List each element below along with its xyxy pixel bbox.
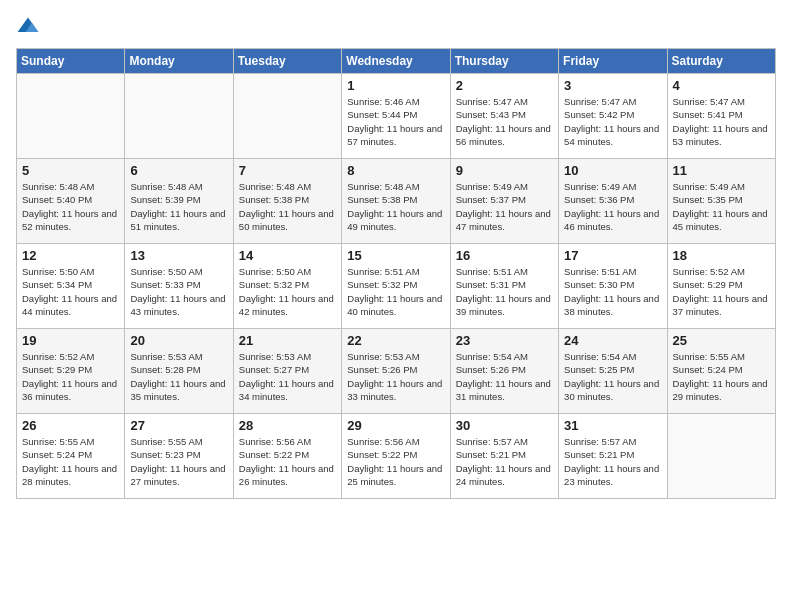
day-number: 13 [130,248,227,263]
calendar-cell: 18Sunrise: 5:52 AM Sunset: 5:29 PM Dayli… [667,244,775,329]
day-info: Sunrise: 5:53 AM Sunset: 5:28 PM Dayligh… [130,350,227,403]
day-info: Sunrise: 5:48 AM Sunset: 5:39 PM Dayligh… [130,180,227,233]
day-info: Sunrise: 5:48 AM Sunset: 5:38 PM Dayligh… [239,180,336,233]
day-number: 8 [347,163,444,178]
day-info: Sunrise: 5:51 AM Sunset: 5:32 PM Dayligh… [347,265,444,318]
calendar-header-thursday: Thursday [450,49,558,74]
day-info: Sunrise: 5:51 AM Sunset: 5:31 PM Dayligh… [456,265,553,318]
day-info: Sunrise: 5:54 AM Sunset: 5:26 PM Dayligh… [456,350,553,403]
day-info: Sunrise: 5:47 AM Sunset: 5:42 PM Dayligh… [564,95,661,148]
day-number: 4 [673,78,770,93]
calendar-cell: 30Sunrise: 5:57 AM Sunset: 5:21 PM Dayli… [450,414,558,499]
calendar-header-row: SundayMondayTuesdayWednesdayThursdayFrid… [17,49,776,74]
day-info: Sunrise: 5:46 AM Sunset: 5:44 PM Dayligh… [347,95,444,148]
calendar-cell: 9Sunrise: 5:49 AM Sunset: 5:37 PM Daylig… [450,159,558,244]
calendar-cell: 10Sunrise: 5:49 AM Sunset: 5:36 PM Dayli… [559,159,667,244]
calendar-week-row: 19Sunrise: 5:52 AM Sunset: 5:29 PM Dayli… [17,329,776,414]
calendar-cell: 5Sunrise: 5:48 AM Sunset: 5:40 PM Daylig… [17,159,125,244]
calendar-header-wednesday: Wednesday [342,49,450,74]
day-number: 12 [22,248,119,263]
calendar-header-tuesday: Tuesday [233,49,341,74]
day-number: 27 [130,418,227,433]
calendar-cell: 8Sunrise: 5:48 AM Sunset: 5:38 PM Daylig… [342,159,450,244]
day-number: 23 [456,333,553,348]
day-number: 11 [673,163,770,178]
day-info: Sunrise: 5:57 AM Sunset: 5:21 PM Dayligh… [564,435,661,488]
day-info: Sunrise: 5:52 AM Sunset: 5:29 PM Dayligh… [22,350,119,403]
calendar-header-friday: Friday [559,49,667,74]
calendar-cell [17,74,125,159]
day-number: 29 [347,418,444,433]
day-number: 3 [564,78,661,93]
day-number: 22 [347,333,444,348]
calendar-header-saturday: Saturday [667,49,775,74]
day-number: 6 [130,163,227,178]
calendar-cell: 4Sunrise: 5:47 AM Sunset: 5:41 PM Daylig… [667,74,775,159]
day-info: Sunrise: 5:55 AM Sunset: 5:24 PM Dayligh… [673,350,770,403]
calendar-cell: 20Sunrise: 5:53 AM Sunset: 5:28 PM Dayli… [125,329,233,414]
calendar-table: SundayMondayTuesdayWednesdayThursdayFrid… [16,48,776,499]
day-info: Sunrise: 5:50 AM Sunset: 5:33 PM Dayligh… [130,265,227,318]
day-info: Sunrise: 5:52 AM Sunset: 5:29 PM Dayligh… [673,265,770,318]
day-info: Sunrise: 5:54 AM Sunset: 5:25 PM Dayligh… [564,350,661,403]
calendar-week-row: 26Sunrise: 5:55 AM Sunset: 5:24 PM Dayli… [17,414,776,499]
calendar-cell: 7Sunrise: 5:48 AM Sunset: 5:38 PM Daylig… [233,159,341,244]
day-info: Sunrise: 5:55 AM Sunset: 5:24 PM Dayligh… [22,435,119,488]
calendar-cell: 26Sunrise: 5:55 AM Sunset: 5:24 PM Dayli… [17,414,125,499]
calendar-cell: 14Sunrise: 5:50 AM Sunset: 5:32 PM Dayli… [233,244,341,329]
calendar-cell: 28Sunrise: 5:56 AM Sunset: 5:22 PM Dayli… [233,414,341,499]
day-number: 9 [456,163,553,178]
calendar-cell: 11Sunrise: 5:49 AM Sunset: 5:35 PM Dayli… [667,159,775,244]
day-info: Sunrise: 5:55 AM Sunset: 5:23 PM Dayligh… [130,435,227,488]
logo [16,16,44,40]
calendar-week-row: 5Sunrise: 5:48 AM Sunset: 5:40 PM Daylig… [17,159,776,244]
day-info: Sunrise: 5:50 AM Sunset: 5:32 PM Dayligh… [239,265,336,318]
day-number: 28 [239,418,336,433]
calendar-week-row: 1Sunrise: 5:46 AM Sunset: 5:44 PM Daylig… [17,74,776,159]
day-info: Sunrise: 5:56 AM Sunset: 5:22 PM Dayligh… [239,435,336,488]
day-info: Sunrise: 5:57 AM Sunset: 5:21 PM Dayligh… [456,435,553,488]
day-number: 5 [22,163,119,178]
day-info: Sunrise: 5:56 AM Sunset: 5:22 PM Dayligh… [347,435,444,488]
calendar-cell: 23Sunrise: 5:54 AM Sunset: 5:26 PM Dayli… [450,329,558,414]
day-info: Sunrise: 5:47 AM Sunset: 5:41 PM Dayligh… [673,95,770,148]
day-number: 10 [564,163,661,178]
calendar-cell [233,74,341,159]
calendar-cell: 21Sunrise: 5:53 AM Sunset: 5:27 PM Dayli… [233,329,341,414]
day-number: 7 [239,163,336,178]
day-number: 26 [22,418,119,433]
calendar-cell: 19Sunrise: 5:52 AM Sunset: 5:29 PM Dayli… [17,329,125,414]
day-number: 30 [456,418,553,433]
day-info: Sunrise: 5:53 AM Sunset: 5:27 PM Dayligh… [239,350,336,403]
day-info: Sunrise: 5:47 AM Sunset: 5:43 PM Dayligh… [456,95,553,148]
calendar-cell: 22Sunrise: 5:53 AM Sunset: 5:26 PM Dayli… [342,329,450,414]
logo-icon [16,16,40,40]
calendar-cell: 1Sunrise: 5:46 AM Sunset: 5:44 PM Daylig… [342,74,450,159]
calendar-cell: 29Sunrise: 5:56 AM Sunset: 5:22 PM Dayli… [342,414,450,499]
calendar-cell: 3Sunrise: 5:47 AM Sunset: 5:42 PM Daylig… [559,74,667,159]
calendar-cell: 6Sunrise: 5:48 AM Sunset: 5:39 PM Daylig… [125,159,233,244]
day-number: 16 [456,248,553,263]
calendar-cell: 24Sunrise: 5:54 AM Sunset: 5:25 PM Dayli… [559,329,667,414]
calendar-cell: 12Sunrise: 5:50 AM Sunset: 5:34 PM Dayli… [17,244,125,329]
calendar-cell [125,74,233,159]
day-info: Sunrise: 5:51 AM Sunset: 5:30 PM Dayligh… [564,265,661,318]
day-number: 1 [347,78,444,93]
day-info: Sunrise: 5:49 AM Sunset: 5:36 PM Dayligh… [564,180,661,233]
calendar-week-row: 12Sunrise: 5:50 AM Sunset: 5:34 PM Dayli… [17,244,776,329]
day-number: 31 [564,418,661,433]
day-number: 18 [673,248,770,263]
day-info: Sunrise: 5:53 AM Sunset: 5:26 PM Dayligh… [347,350,444,403]
calendar-cell: 16Sunrise: 5:51 AM Sunset: 5:31 PM Dayli… [450,244,558,329]
calendar-cell: 25Sunrise: 5:55 AM Sunset: 5:24 PM Dayli… [667,329,775,414]
calendar-cell: 13Sunrise: 5:50 AM Sunset: 5:33 PM Dayli… [125,244,233,329]
day-info: Sunrise: 5:48 AM Sunset: 5:38 PM Dayligh… [347,180,444,233]
calendar-header-monday: Monday [125,49,233,74]
day-number: 17 [564,248,661,263]
day-info: Sunrise: 5:48 AM Sunset: 5:40 PM Dayligh… [22,180,119,233]
day-info: Sunrise: 5:50 AM Sunset: 5:34 PM Dayligh… [22,265,119,318]
calendar-cell: 27Sunrise: 5:55 AM Sunset: 5:23 PM Dayli… [125,414,233,499]
calendar-cell: 2Sunrise: 5:47 AM Sunset: 5:43 PM Daylig… [450,74,558,159]
day-number: 19 [22,333,119,348]
day-number: 14 [239,248,336,263]
